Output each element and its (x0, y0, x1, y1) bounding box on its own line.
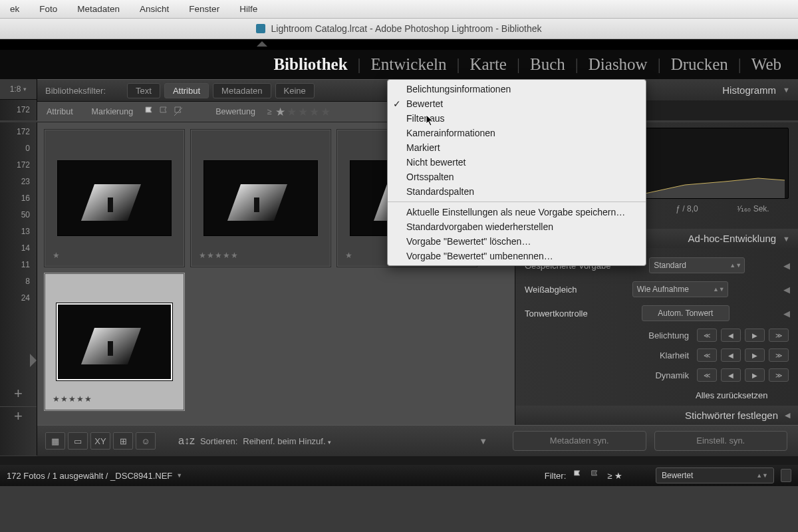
tone-label: Tonwertkontrolle (525, 309, 588, 319)
ratio-dropdown[interactable]: 1:8▾ (0, 79, 37, 100)
survey-view-icon[interactable]: ⊞ (113, 432, 133, 450)
thumbnail-image[interactable] (57, 160, 172, 236)
rating-stars[interactable]: ★★★★★ (53, 394, 92, 404)
menu-item[interactable]: Ansicht (130, 4, 179, 14)
step-btn[interactable]: ≪ (697, 368, 717, 382)
keywords-header[interactable]: Stichwörter festlegen◀ (515, 406, 798, 425)
filter-tab-keine[interactable]: Keine (275, 83, 315, 98)
thumbnail-image[interactable] (57, 303, 172, 380)
flag-unflagged-icon[interactable] (158, 106, 170, 118)
auto-tone-button[interactable]: Autom. Tonwert (642, 305, 730, 321)
sort-dropdown[interactable]: Reihenf. beim Hinzuf. ▾ (243, 436, 331, 446)
filter-tab-attribut[interactable]: Attribut (164, 83, 209, 98)
menu-item[interactable]: Standardspalten (388, 184, 646, 199)
menu-item[interactable]: Kamerainformationen (388, 126, 646, 140)
flag-rejected-icon[interactable] (590, 469, 600, 482)
loupe-view-icon[interactable]: ▭ (68, 432, 88, 450)
filter-lock-icon[interactable] (781, 469, 791, 482)
module-entwickeln[interactable]: Entwickeln (361, 55, 457, 74)
filter-tab-text[interactable]: Text (127, 83, 160, 98)
status-bar: 172 Fotos / 1 ausgewählt / _DSC8941.NEF … (0, 465, 798, 486)
collapse-icon: ◀ (785, 411, 790, 420)
step-btn[interactable]: ≫ (769, 329, 789, 342)
filter-preset-dropdown[interactable]: Bewertet▲▼ (656, 467, 774, 483)
add-button[interactable]: + (0, 385, 37, 407)
preset-dropdown[interactable]: Standard▲▼ (649, 257, 745, 273)
thumbnail[interactable]: ★★★★★ (190, 129, 331, 267)
flag-picked-icon[interactable] (144, 106, 156, 118)
step-btn[interactable]: ▶ (745, 348, 765, 362)
module-drucken[interactable]: Drucken (661, 55, 738, 74)
menu-item[interactable]: Ortsspalten (388, 170, 646, 184)
filter-tab-metadaten[interactable]: Metadaten (213, 83, 271, 98)
sync-settings-button[interactable]: Einstell. syn. (654, 431, 788, 451)
menu-item[interactable]: Metadaten (67, 4, 130, 14)
rating-label: Bewertung (206, 107, 265, 116)
menu-item[interactable]: Fenster (179, 4, 229, 14)
thumbnail-selected[interactable]: ★★★★★ (44, 273, 185, 411)
expand-icon[interactable]: ◀ (783, 261, 789, 271)
rating-op-icon[interactable]: ≥ (267, 107, 272, 116)
sync-metadata-button[interactable]: Metadaten syn. (513, 431, 646, 451)
step-btn[interactable]: ◀ (721, 329, 741, 342)
toolbar-expand-icon[interactable]: ▼ (479, 436, 487, 446)
os-menubar[interactable]: ek Foto Metadaten Ansicht Fenster Hilfe (0, 0, 798, 19)
collapse-icon[interactable]: ▼ (783, 86, 790, 94)
step-btn[interactable]: ▶ (745, 329, 765, 342)
dropdown-icon[interactable]: ▼ (176, 472, 182, 479)
expand-icon[interactable]: ◀ (783, 285, 789, 295)
reset-button[interactable]: Alles zurücksetzen (696, 390, 789, 400)
grid-view-icon[interactable]: ▦ (45, 432, 65, 450)
filter-preset-menu[interactable]: Belichtungsinformationen ✓Bewertet Filte… (387, 79, 646, 266)
flag-picked-icon[interactable] (573, 469, 583, 482)
compare-view-icon[interactable]: XY (90, 432, 110, 450)
module-karte[interactable]: Karte (460, 55, 517, 74)
filter-label: Bibliotheksfilter: (37, 86, 114, 96)
window-titlebar: Lightroom Catalog.lrcat - Adobe Photosho… (0, 19, 798, 39)
menu-item[interactable]: Hilfe (229, 4, 267, 14)
step-btn[interactable]: ◀ (721, 348, 741, 362)
menu-item[interactable]: Vorgabe "Bewertet" umbenennen… (388, 249, 646, 263)
thumbnail[interactable]: ★ (44, 129, 185, 267)
status-text[interactable]: 172 Fotos / 1 ausgewählt / _DSC8941.NEF (7, 471, 172, 481)
rating-filter[interactable]: ≥ ★ (607, 471, 622, 481)
menu-item[interactable]: Aktuelle Einstellungen als neue Vorgabe … (388, 205, 646, 219)
menu-item[interactable]: Standardvorgaben wiederherstellen (388, 219, 646, 234)
step-btn[interactable]: ◀ (721, 368, 741, 382)
panel-grip-icon[interactable] (257, 41, 267, 47)
count-column: 172 0 172 23 16 50 13 14 11 8 24 (0, 122, 37, 425)
step-btn[interactable]: ≫ (769, 368, 789, 382)
module-buch[interactable]: Buch (520, 55, 575, 74)
menu-item[interactable]: Belichtungsinformationen (388, 82, 646, 96)
people-view-icon[interactable]: ☺ (136, 432, 156, 450)
sort-label: Sortieren: (200, 436, 237, 446)
flag-rejected-icon[interactable] (173, 106, 185, 118)
module-picker: Bibliothek| Entwickeln| Karte| Buch| Dia… (0, 50, 798, 79)
wb-dropdown[interactable]: Wie Aufnahme▲▼ (632, 281, 728, 297)
filmstrip-area[interactable] (0, 456, 798, 465)
rating-stars[interactable]: ★ (53, 251, 61, 260)
rating-stars[interactable]: ★ (345, 251, 353, 260)
window-title: Lightroom Catalog.lrcat - Adobe Photosho… (271, 23, 541, 34)
step-btn[interactable]: ≫ (769, 348, 789, 362)
thumbnail-image[interactable] (203, 160, 318, 236)
grid-toolbar: ▦ ▭ XY ⊞ ☺ a↕z Sortieren: Reihenf. beim … (37, 425, 502, 456)
step-btn[interactable]: ≪ (697, 329, 717, 342)
panel-expand-icon[interactable] (30, 354, 37, 367)
module-diashow[interactable]: Diashow (579, 55, 658, 74)
menu-item[interactable]: Vorgabe "Bewertet" löschen… (388, 234, 646, 249)
rating-stars[interactable]: ★★★★★ (199, 251, 239, 260)
module-bibliothek[interactable]: Bibliothek (263, 55, 357, 74)
expand-icon[interactable]: ◀ (783, 309, 789, 319)
module-web[interactable]: Web (741, 55, 791, 74)
add-button[interactable]: + (14, 408, 23, 425)
menu-item-checked[interactable]: ✓Bewertet (388, 96, 646, 111)
menu-item[interactable]: Markiert (388, 140, 646, 155)
step-btn[interactable]: ▶ (745, 368, 765, 382)
menu-item[interactable]: Nicht bewertet (388, 155, 646, 170)
menu-item[interactable]: Foto (29, 4, 67, 14)
menu-item[interactable]: ek (0, 4, 29, 14)
sort-direction-icon[interactable]: a↕z (178, 435, 195, 447)
rating-stars[interactable]: ★★★★★ (275, 105, 331, 119)
step-btn[interactable]: ≪ (697, 348, 717, 362)
